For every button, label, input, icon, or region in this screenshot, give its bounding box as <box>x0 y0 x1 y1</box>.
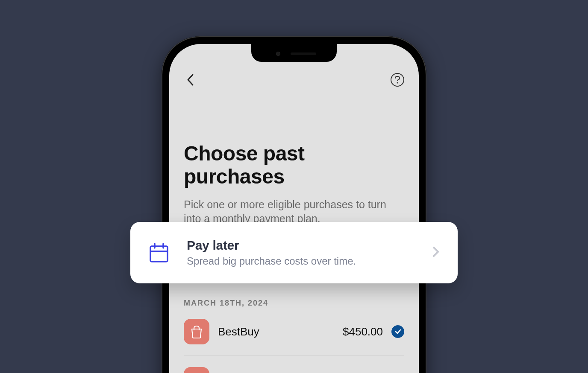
page-title: Choose past purchases <box>184 142 404 188</box>
phone-mockup: Choose past purchases Pick one or more e… <box>162 36 426 373</box>
phone-notch <box>251 44 337 62</box>
svg-point-0 <box>391 73 404 86</box>
back-button[interactable] <box>181 70 200 89</box>
svg-point-1 <box>397 82 398 83</box>
pay-later-card[interactable]: Pay later Spread big purchase costs over… <box>130 222 458 283</box>
purchase-row-bestbuy[interactable]: BestBuy $450.00 <box>184 308 404 356</box>
svg-rect-2 <box>150 246 168 262</box>
purchase-row-apple[interactable]: Apple $434.64 <box>184 356 404 373</box>
date-header: MARCH 18TH, 2024 <box>184 299 404 308</box>
help-button[interactable] <box>388 70 407 89</box>
shopping-bag-icon <box>184 367 209 373</box>
overlay-text: Pay later Spread big purchase costs over… <box>187 238 415 267</box>
shopping-bag-icon <box>184 319 209 344</box>
chevron-right-icon <box>432 246 440 259</box>
selection-check[interactable] <box>391 325 404 338</box>
overlay-subtitle: Spread big purchase costs over time. <box>187 255 415 267</box>
overlay-title: Pay later <box>187 238 415 253</box>
back-icon <box>186 73 195 86</box>
phone-screen: Choose past purchases Pick one or more e… <box>169 44 419 373</box>
help-icon <box>390 73 405 87</box>
check-icon <box>394 328 402 335</box>
purchase-amount: $450.00 <box>343 325 383 338</box>
calendar-icon <box>148 242 170 263</box>
merchant-name: BestBuy <box>218 325 334 338</box>
